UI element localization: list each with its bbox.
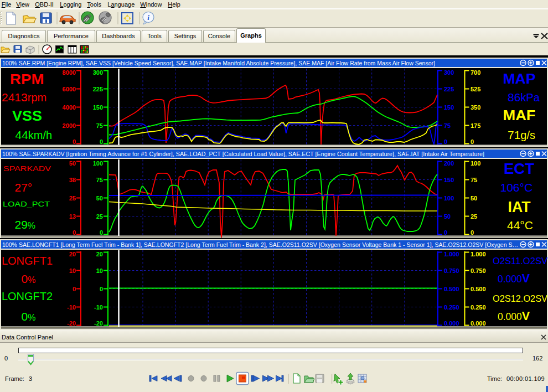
svg-text:100% SAE.LONGFT1 [Long Term Fu: 100% SAE.LONGFT1 [Long Term Fuel Trim - … [2, 241, 518, 248]
svg-text:13: 13 [69, 213, 76, 220]
svg-text:100: 100 [93, 160, 103, 167]
svg-text:525: 525 [471, 86, 480, 92]
svg-text:10: 10 [69, 267, 76, 274]
svg-text:1.000: 1.000 [471, 251, 486, 257]
svg-text:25: 25 [471, 213, 477, 220]
svg-text:O2S12.O2SV: O2S12.O2SV [493, 293, 548, 304]
svg-text:IAT: IAT [508, 198, 531, 215]
svg-text:0.000: 0.000 [471, 320, 486, 327]
svg-text:2413rpm: 2413rpm [2, 91, 46, 104]
svg-text:50: 50 [444, 213, 451, 220]
svg-text:SPARKADV: SPARKADV [3, 164, 51, 173]
svg-text:0: 0 [73, 286, 76, 292]
svg-text:20: 20 [69, 251, 76, 257]
svg-text:0: 0 [100, 138, 103, 145]
svg-text:25: 25 [69, 195, 76, 202]
svg-text:75: 75 [96, 122, 103, 129]
svg-text:LOAD_PCT: LOAD_PCT [3, 200, 50, 208]
svg-text:300: 300 [444, 69, 454, 76]
svg-text:50: 50 [471, 195, 477, 202]
svg-text:0: 0 [471, 138, 474, 145]
svg-text:LONGFT1: LONGFT1 [2, 254, 53, 267]
svg-text:0.250: 0.250 [471, 304, 486, 311]
svg-text:106°C: 106°C [500, 181, 533, 194]
svg-text:0.750: 0.750 [471, 267, 486, 274]
svg-text:44°C: 44°C [507, 219, 533, 231]
svg-text:O2S11.O2SV: O2S11.O2SV [493, 256, 548, 266]
svg-text:175: 175 [471, 122, 480, 129]
svg-text:150: 150 [444, 177, 454, 183]
svg-text:-10: -10 [94, 304, 103, 311]
svg-text:4000: 4000 [63, 104, 76, 111]
svg-text:6000: 6000 [63, 86, 76, 92]
svg-text:i: i [147, 13, 149, 22]
svg-text:0: 0 [100, 229, 103, 236]
svg-text:150: 150 [93, 104, 103, 111]
svg-text:10: 10 [96, 267, 103, 274]
svg-text:27°: 27° [15, 181, 33, 194]
svg-text:25: 25 [96, 213, 103, 220]
svg-text:0.500: 0.500 [471, 286, 486, 292]
svg-text:0.500: 0.500 [444, 286, 459, 292]
svg-text:-10: -10 [67, 304, 76, 311]
svg-text:200: 200 [444, 160, 454, 167]
svg-text:50: 50 [96, 195, 103, 202]
svg-text:75: 75 [96, 177, 103, 183]
svg-text:0: 0 [73, 229, 76, 236]
svg-text:0.250: 0.250 [444, 304, 459, 311]
svg-text:ECT: ECT [504, 160, 534, 177]
svg-text:700: 700 [471, 69, 480, 76]
svg-text:100% SAE.RPM [Engine RPM], SAE: 100% SAE.RPM [Engine RPM], SAE.VSS [Vehi… [2, 60, 435, 66]
svg-text:225: 225 [93, 86, 103, 92]
svg-text:1.000: 1.000 [444, 251, 459, 257]
svg-text:0: 0 [471, 229, 474, 236]
svg-text:350: 350 [471, 104, 480, 111]
svg-text:VSS: VSS [12, 108, 42, 123]
svg-text:20: 20 [96, 251, 103, 257]
svg-text:0.000: 0.000 [444, 320, 459, 327]
svg-text:LONGFT2: LONGFT2 [2, 290, 53, 302]
svg-text:MAP: MAP [503, 71, 536, 86]
svg-text:38: 38 [69, 177, 76, 183]
svg-text:75: 75 [444, 122, 451, 129]
svg-text:0: 0 [73, 138, 76, 145]
svg-text:225: 225 [444, 86, 454, 92]
svg-text:44km/h: 44km/h [15, 128, 53, 141]
svg-text:100: 100 [471, 160, 480, 167]
svg-text:-20: -20 [67, 320, 76, 327]
svg-text:0.000V: 0.000V [498, 272, 530, 285]
svg-text:RPM: RPM [10, 71, 44, 87]
svg-text:8000: 8000 [63, 69, 76, 76]
svg-text:75: 75 [471, 177, 477, 183]
svg-text:300: 300 [93, 69, 103, 76]
svg-text:0: 0 [444, 138, 447, 145]
svg-text:100: 100 [444, 195, 454, 202]
svg-text:0: 0 [100, 286, 103, 292]
svg-text:0: 0 [444, 229, 447, 236]
svg-text:MAF: MAF [503, 107, 536, 123]
svg-text:0.000V: 0.000V [498, 310, 530, 323]
svg-text:86kPa: 86kPa [508, 91, 540, 104]
svg-text:100% SAE.SPARKADV [Ignition Ti: 100% SAE.SPARKADV [Ignition Timing Advan… [2, 151, 484, 157]
svg-text:50: 50 [69, 160, 76, 167]
svg-text:71g/s: 71g/s [508, 128, 535, 141]
svg-text:150: 150 [444, 104, 454, 111]
svg-text:0.750: 0.750 [444, 267, 459, 274]
svg-text:2000: 2000 [63, 122, 76, 129]
svg-text:-20: -20 [94, 320, 103, 327]
